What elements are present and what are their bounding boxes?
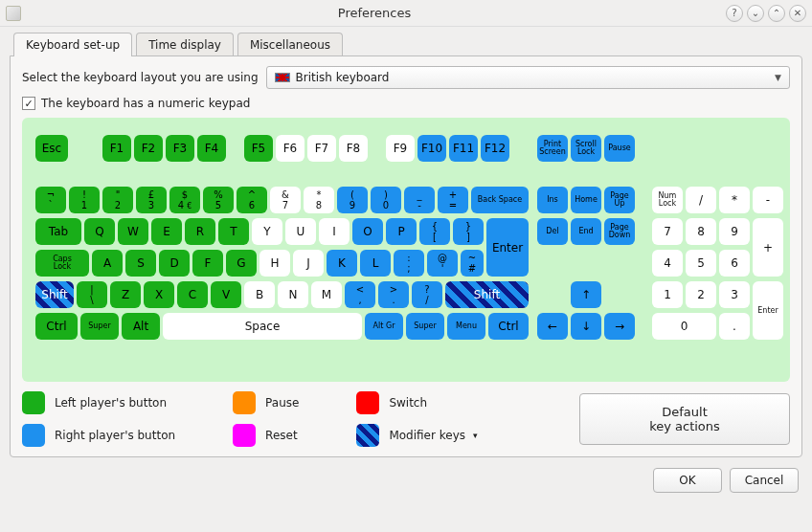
key-minus[interactable]: _- — [404, 187, 435, 213]
default-key-actions-button[interactable]: Default key actions — [579, 393, 790, 445]
key-np-6[interactable]: 6 — [719, 250, 750, 277]
key-r[interactable]: R — [185, 218, 215, 245]
key-np-divide[interactable]: / — [686, 187, 716, 213]
key-3[interactable]: £3 — [136, 187, 167, 213]
key-right-ctrl[interactable]: Ctrl — [488, 313, 529, 340]
close-button[interactable]: ✕ — [789, 5, 806, 22]
key-f6[interactable]: F6 — [276, 135, 304, 162]
key-np-1[interactable]: 1 — [652, 281, 683, 308]
key-esc[interactable]: Esc — [35, 135, 68, 162]
key-x[interactable]: X — [144, 281, 174, 308]
key-n[interactable]: N — [278, 281, 308, 308]
key-w[interactable]: W — [118, 218, 148, 245]
key-b[interactable]: B — [244, 281, 275, 308]
key-page-up[interactable]: Page Up — [604, 187, 635, 213]
key-np-5[interactable]: 5 — [686, 250, 716, 277]
key-end[interactable]: End — [571, 218, 601, 245]
key-right-shift[interactable]: Shift — [445, 281, 529, 308]
help-button[interactable]: ? — [726, 5, 743, 22]
key-numlock[interactable]: Num Lock — [652, 187, 683, 213]
key-v[interactable]: V — [211, 281, 241, 308]
tab-miscellaneous[interactable]: Miscellaneous — [237, 33, 343, 56]
key-np-multiply[interactable]: * — [719, 187, 750, 213]
key-menu[interactable]: Menu — [447, 313, 485, 340]
key-backspace[interactable]: Back Space — [471, 187, 529, 213]
key-t[interactable]: T — [218, 218, 249, 245]
key-arrow-left[interactable]: ← — [537, 313, 568, 340]
key-f[interactable]: F — [192, 250, 223, 277]
key-np-3[interactable]: 3 — [719, 281, 750, 308]
key-backslash[interactable]: |\ — [77, 281, 107, 308]
key-arrow-up[interactable]: ↑ — [571, 281, 601, 308]
key-enter[interactable]: Enter — [486, 218, 529, 277]
key-comma[interactable]: <, — [345, 281, 375, 308]
key-home[interactable]: Home — [571, 187, 601, 213]
key-c[interactable]: C — [177, 281, 208, 308]
key-np-add[interactable]: + — [753, 218, 783, 277]
key-6[interactable]: ^6 — [237, 187, 267, 213]
key-np-decimal[interactable]: . — [719, 313, 750, 340]
key-8[interactable]: *8 — [304, 187, 334, 213]
key-bracket-right[interactable]: }] — [453, 218, 484, 245]
key-np-subtract[interactable]: - — [753, 187, 783, 213]
key-arrow-right[interactable]: → — [604, 313, 635, 340]
key-f7[interactable]: F7 — [307, 135, 336, 162]
key-m[interactable]: M — [311, 281, 342, 308]
key-page-down[interactable]: Page Down — [604, 218, 635, 245]
key-np-9[interactable]: 9 — [719, 218, 750, 245]
key-backtick[interactable]: ¬` — [35, 187, 66, 213]
key-semicolon[interactable]: :; — [394, 250, 424, 277]
key-1[interactable]: !1 — [69, 187, 100, 213]
key-left-shift[interactable]: Shift — [35, 281, 74, 308]
key-l[interactable]: L — [360, 250, 391, 277]
key-k[interactable]: K — [327, 250, 357, 277]
tab-keyboard-setup[interactable]: Keyboard set-up — [13, 33, 132, 56]
key-np-enter[interactable]: Enter — [753, 281, 783, 340]
key-f12[interactable]: F12 — [481, 135, 509, 162]
key-equals[interactable]: += — [438, 187, 468, 213]
key-o[interactable]: O — [352, 218, 383, 245]
key-altgr[interactable]: Alt Gr — [365, 313, 403, 340]
key-tab[interactable]: Tab — [35, 218, 81, 245]
key-p[interactable]: P — [386, 218, 417, 245]
key-5[interactable]: %5 — [203, 187, 234, 213]
key-s[interactable]: S — [125, 250, 156, 277]
key-i[interactable]: I — [319, 218, 350, 245]
key-insert[interactable]: Ins — [537, 187, 568, 213]
chevron-down-icon[interactable]: ▾ — [473, 431, 478, 440]
key-delete[interactable]: Del — [537, 218, 568, 245]
key-capslock[interactable]: Caps Lock — [35, 250, 89, 277]
key-np-8[interactable]: 8 — [686, 218, 716, 245]
key-period[interactable]: >. — [378, 281, 409, 308]
key-np-4[interactable]: 4 — [652, 250, 683, 277]
key-f2[interactable]: F2 — [134, 135, 163, 162]
key-u[interactable]: U — [285, 218, 316, 245]
key-j[interactable]: J — [293, 250, 324, 277]
key-9[interactable]: (9 — [337, 187, 368, 213]
key-left-ctrl[interactable]: Ctrl — [35, 313, 78, 340]
key-f9[interactable]: F9 — [386, 135, 415, 162]
key-e[interactable]: E — [151, 218, 182, 245]
cancel-button[interactable]: Cancel — [730, 468, 799, 493]
tab-time-display[interactable]: Time display — [136, 33, 234, 56]
key-0[interactable]: )0 — [371, 187, 401, 213]
key-space[interactable]: Space — [163, 313, 362, 340]
key-np-0[interactable]: 0 — [652, 313, 716, 340]
key-np-2[interactable]: 2 — [686, 281, 716, 308]
key-left-super[interactable]: Super — [80, 313, 119, 340]
key-q[interactable]: Q — [84, 218, 115, 245]
key-left-alt[interactable]: Alt — [122, 313, 160, 340]
key-f1[interactable]: F1 — [102, 135, 131, 162]
key-y[interactable]: Y — [252, 218, 282, 245]
key-bracket-left[interactable]: {[ — [419, 218, 450, 245]
key-4[interactable]: $4 € — [169, 187, 200, 213]
numpad-checkbox[interactable]: ✓ — [22, 97, 35, 110]
key-pause[interactable]: Pause — [604, 135, 635, 162]
key-right-super[interactable]: Super — [406, 313, 444, 340]
key-f5[interactable]: F5 — [244, 135, 273, 162]
maximize-button[interactable]: ⌃ — [768, 5, 785, 22]
key-h[interactable]: H — [259, 250, 290, 277]
key-f10[interactable]: F10 — [417, 135, 446, 162]
key-d[interactable]: D — [159, 250, 190, 277]
key-2[interactable]: "2 — [102, 187, 133, 213]
